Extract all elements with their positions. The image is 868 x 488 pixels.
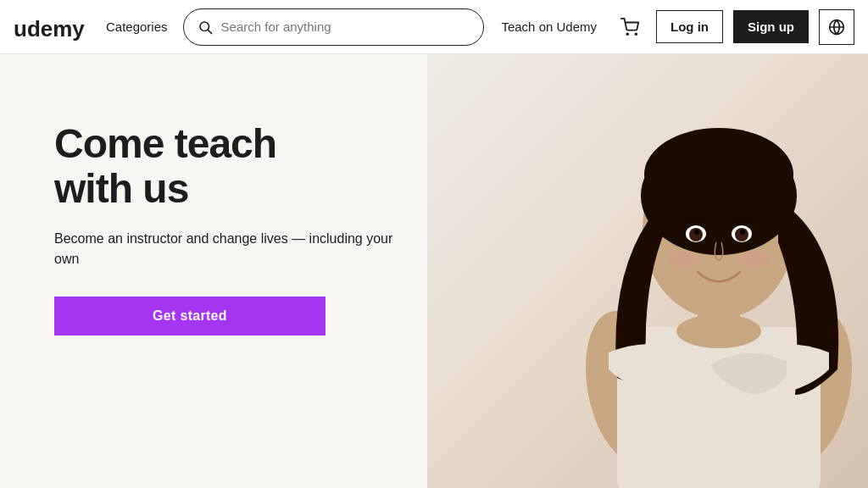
get-started-button[interactable]: Get started — [54, 297, 326, 336]
hero-subtitle: Become an instructor and change lives — … — [54, 229, 393, 269]
hero-person-illustration — [541, 73, 868, 488]
hero-text-block: Come teach with us Become an instructor … — [54, 122, 393, 336]
language-button[interactable] — [819, 9, 854, 45]
hero-image — [427, 54, 868, 488]
udemy-logo[interactable]: udemy — [14, 13, 91, 42]
categories-button[interactable]: Categories — [101, 16, 173, 37]
hero-image-background — [427, 54, 868, 488]
search-icon — [198, 19, 213, 35]
svg-point-23 — [694, 230, 699, 235]
svg-point-5 — [635, 33, 637, 35]
teach-on-udemy-link[interactable]: Teach on Udemy — [494, 19, 604, 34]
cart-icon — [620, 18, 639, 36]
cart-button[interactable] — [614, 14, 646, 40]
navbar: udemy Categories Teach on Udemy Log in S… — [0, 0, 868, 54]
svg-point-25 — [670, 251, 697, 268]
svg-point-4 — [626, 33, 628, 35]
search-bar — [183, 8, 485, 46]
login-button[interactable]: Log in — [656, 10, 723, 43]
hero-section: Come teach with us Become an instructor … — [0, 54, 868, 488]
hero-title: Come teach with us — [54, 122, 393, 212]
svg-line-3 — [208, 30, 211, 33]
svg-point-16 — [644, 128, 793, 221]
globe-icon — [828, 19, 845, 36]
signup-button[interactable]: Sign up — [733, 10, 809, 43]
svg-text:udemy: udemy — [14, 16, 85, 42]
search-input[interactable] — [221, 19, 470, 34]
svg-point-24 — [740, 230, 745, 235]
svg-point-26 — [741, 251, 768, 268]
